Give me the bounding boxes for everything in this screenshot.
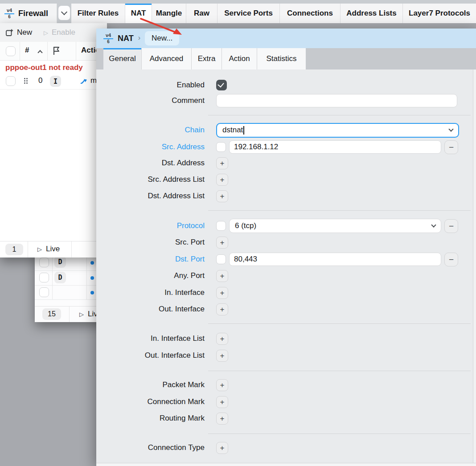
warning-text: pppoe-out1 not ready <box>5 63 83 72</box>
live-button[interactable]: ▷ Live <box>37 245 60 253</box>
firewall-filter-window: New ▷ Enable # Action pppoe-out1 not rea… <box>0 23 107 258</box>
sort-asc-icon[interactable] <box>37 50 42 55</box>
tab-extra[interactable]: Extra <box>191 48 222 69</box>
tab-connections[interactable]: Connections <box>279 4 340 23</box>
status-dot-icon <box>90 276 94 280</box>
add-button[interactable]: + <box>216 287 228 299</box>
chevron-down-icon <box>61 9 67 15</box>
add-button[interactable]: + <box>216 174 228 186</box>
flag-icon[interactable] <box>53 46 61 56</box>
add-button[interactable]: + <box>216 157 228 169</box>
dialog-tabs: General Advanced Extra Action Statistics <box>96 48 476 69</box>
tab-action[interactable]: Action <box>222 48 257 69</box>
add-button[interactable]: + <box>216 237 228 249</box>
text-cursor <box>243 126 244 135</box>
add-button[interactable]: + <box>216 350 228 362</box>
section-divider <box>208 433 471 434</box>
field-row-src-address: Src. Address − <box>96 139 471 155</box>
tab-layer7-protocols[interactable]: Layer7 Protocols <box>402 4 476 23</box>
add-button[interactable]: + <box>216 190 228 202</box>
ipv4-ipv6-icon: v46 <box>103 33 113 44</box>
tab-address-lists[interactable]: Address Lists <box>340 4 402 23</box>
toolbar: New ▷ Enable <box>0 23 107 42</box>
top-tab-bar: v46 Firewall Filter Rules NAT Mangle Raw… <box>0 0 476 23</box>
row-checkbox[interactable] <box>39 287 49 297</box>
tab-mangle[interactable]: Mangle <box>152 4 186 23</box>
field-row-routing-mark: Routing Mark + <box>96 412 471 425</box>
negate-checkbox[interactable] <box>216 221 226 231</box>
dialog-header: v46 NAT › New... <box>96 29 476 48</box>
field-row-chain: Chain dstnat <box>96 122 471 138</box>
chain-combobox[interactable]: dstnat <box>216 123 459 138</box>
general-form: Enabled Comment Chain dstnat Src. Addres… <box>96 69 476 466</box>
window-switcher-chevron[interactable] <box>58 6 70 20</box>
tab-raw[interactable]: Raw <box>186 4 217 23</box>
enable-button[interactable]: ▷ Enable <box>44 28 75 37</box>
field-row-src-port: Src. Port + <box>96 236 471 249</box>
field-row-src-address-list: Src. Address List + <box>96 173 471 186</box>
protocol-combobox[interactable]: 6 (tcp) <box>229 219 441 233</box>
tab-nat[interactable]: NAT <box>125 4 152 23</box>
window-title-firewall: v46 Firewall <box>0 4 57 23</box>
add-button[interactable]: + <box>216 270 228 282</box>
chevron-down-icon <box>431 222 436 227</box>
jump-arrow-icon <box>80 78 89 86</box>
remove-button[interactable]: − <box>444 140 458 154</box>
remove-button[interactable]: − <box>444 219 458 233</box>
field-row-comment: Comment <box>96 93 471 108</box>
play-icon: ▷ <box>44 29 48 36</box>
tab-service-ports[interactable]: Service Ports <box>217 4 279 23</box>
field-row-dst-address-list: Dst. Address List + <box>96 190 471 202</box>
add-button[interactable]: + <box>216 413 228 425</box>
tab-advanced[interactable]: Advanced <box>141 48 191 69</box>
drag-handle-icon[interactable] <box>24 78 28 84</box>
section-divider <box>208 323 471 324</box>
list-footer: 1 ▷ Live <box>0 241 107 258</box>
row-checkbox[interactable] <box>39 258 49 267</box>
add-button[interactable]: + <box>216 379 228 391</box>
field-row-protocol: Protocol 6 (tcp) − <box>96 218 471 233</box>
breadcrumb-separator-icon: › <box>138 34 140 42</box>
select-all-checkbox[interactable] <box>6 46 16 56</box>
rule-row[interactable]: 0 I m <box>0 74 107 90</box>
new-button[interactable]: New <box>5 28 32 37</box>
add-button[interactable]: + <box>216 303 228 315</box>
table-header: # Action <box>0 42 107 61</box>
field-row-in-interface: In. Interface + <box>96 286 471 299</box>
add-button[interactable]: + <box>216 442 228 454</box>
field-row-dst-address: Dst. Address + <box>96 157 471 169</box>
src-address-input[interactable] <box>229 140 441 154</box>
rule-index: 0 <box>38 76 42 85</box>
tab-filter-rules[interactable]: Filter Rules <box>71 4 125 23</box>
field-row-connection-type: Connection Type + <box>96 441 471 454</box>
row-checkbox[interactable] <box>6 76 16 86</box>
page-count-badge: 1 <box>5 244 23 255</box>
status-dot-icon <box>90 291 94 294</box>
status-dot-icon <box>90 261 94 265</box>
field-row-dst-port: Dst. Port − <box>96 252 471 267</box>
section-divider <box>208 210 471 211</box>
field-row-out-interface: Out. Interface + <box>96 303 471 315</box>
field-row-in-interface-list: In. Interface List + <box>96 332 471 345</box>
comment-input[interactable] <box>216 94 457 107</box>
remove-button[interactable]: − <box>444 253 458 266</box>
negate-checkbox[interactable] <box>216 254 226 264</box>
app-title: Firewall <box>18 9 48 18</box>
add-button[interactable]: + <box>216 333 228 345</box>
scrollbar-track[interactable] <box>473 69 476 466</box>
enabled-checkbox[interactable] <box>216 80 227 90</box>
negate-checkbox[interactable] <box>216 142 226 152</box>
tab-general[interactable]: General <box>103 48 141 69</box>
add-button[interactable]: + <box>216 396 228 408</box>
tab-statistics[interactable]: Statistics <box>257 48 306 69</box>
chevron-down-icon <box>448 127 453 131</box>
field-row-connection-mark: Connection Mark + <box>96 396 471 408</box>
column-number[interactable]: # <box>25 46 29 55</box>
firewall-tabs: Filter Rules NAT Mangle Raw Service Port… <box>71 4 476 23</box>
invalid-badge: I <box>50 76 61 87</box>
page-count-badge: 15 <box>42 308 61 320</box>
section-divider <box>208 371 471 371</box>
dst-port-input[interactable] <box>229 253 441 266</box>
breadcrumb-title: NAT <box>118 34 134 43</box>
row-checkbox[interactable] <box>39 273 49 282</box>
